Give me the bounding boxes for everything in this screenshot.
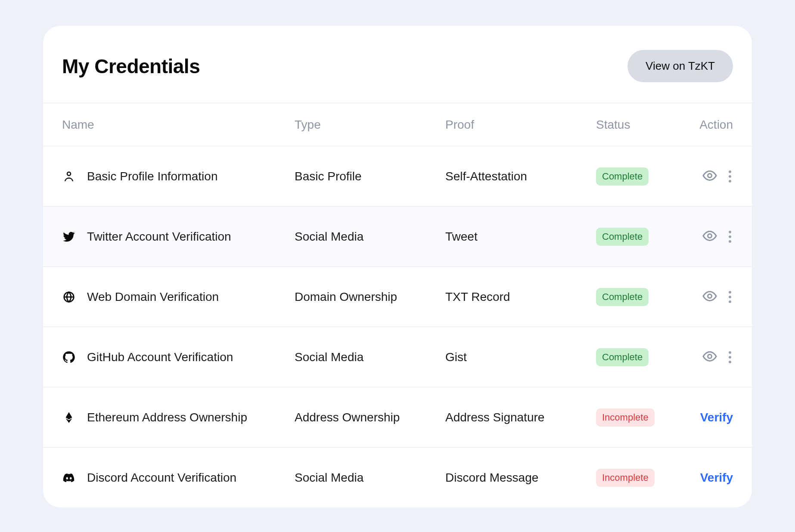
more-icon[interactable] — [727, 289, 733, 305]
table-row: GitHub Account VerificationSocial MediaG… — [43, 327, 752, 387]
col-name-header: Name — [62, 118, 94, 132]
credential-type: Social Media — [295, 230, 363, 243]
verify-button[interactable]: Verify — [700, 471, 733, 485]
credential-proof: TXT Record — [445, 290, 510, 303]
credential-name: Ethereum Address Ownership — [87, 411, 247, 424]
credential-type: Basic Profile — [295, 170, 362, 183]
view-icon[interactable] — [702, 228, 717, 245]
status-badge: Incomplete — [596, 469, 655, 487]
status-badge: Complete — [596, 348, 649, 366]
col-type-header: Type — [295, 118, 321, 131]
credential-proof: Gist — [445, 350, 467, 364]
view-icon[interactable] — [702, 168, 717, 185]
status-badge: Complete — [596, 167, 649, 186]
verify-button[interactable]: Verify — [700, 411, 733, 424]
credentials-table: Name Type Proof Status Action Basic Prof… — [43, 103, 752, 507]
globe-icon — [62, 290, 76, 304]
view-icon[interactable] — [702, 288, 717, 306]
table-row: Basic Profile InformationBasic ProfileSe… — [43, 146, 752, 206]
more-icon[interactable] — [727, 350, 733, 365]
credential-proof: Tweet — [445, 230, 478, 243]
credential-proof: Self-Attestation — [445, 170, 527, 183]
ethereum-icon — [62, 411, 76, 424]
table-row: Twitter Account VerificationSocial Media… — [43, 206, 752, 266]
credential-name: Discord Account Verification — [87, 471, 236, 485]
card-header: My Credentials View on TzKT — [43, 26, 752, 103]
table-row: Discord Account VerificationSocial Media… — [43, 447, 752, 507]
view-on-tzkt-button[interactable]: View on TzKT — [627, 50, 733, 82]
credential-type: Address Ownership — [295, 411, 400, 424]
view-icon[interactable] — [702, 349, 717, 366]
more-icon[interactable] — [727, 229, 733, 244]
col-status-header: Status — [596, 118, 630, 131]
table-row: Ethereum Address OwnershipAddress Owners… — [43, 387, 752, 447]
col-action-header: Action — [699, 118, 733, 132]
credential-name: GitHub Account Verification — [87, 350, 233, 364]
credential-name: Basic Profile Information — [87, 170, 217, 183]
table-header-row: Name Type Proof Status Action — [43, 103, 752, 146]
page-title: My Credentials — [62, 55, 200, 78]
profile-icon — [62, 170, 76, 183]
github-icon — [62, 350, 76, 364]
status-badge: Complete — [596, 288, 649, 306]
credential-proof: Address Signature — [445, 411, 544, 424]
col-proof-header: Proof — [445, 118, 474, 131]
credential-type: Social Media — [295, 350, 363, 364]
credential-type: Domain Ownership — [295, 290, 397, 303]
discord-icon — [62, 471, 76, 485]
credential-name: Web Domain Verification — [87, 290, 219, 304]
more-icon[interactable] — [727, 169, 733, 184]
status-badge: Complete — [596, 228, 649, 246]
credential-proof: Discord Message — [445, 471, 538, 484]
status-badge: Incomplete — [596, 408, 655, 427]
twitter-icon — [62, 230, 76, 244]
table-row: Web Domain VerificationDomain OwnershipT… — [43, 266, 752, 327]
credential-type: Social Media — [295, 471, 363, 484]
credentials-card: My Credentials View on TzKT Name Type Pr… — [43, 26, 752, 507]
credential-name: Twitter Account Verification — [87, 230, 231, 244]
